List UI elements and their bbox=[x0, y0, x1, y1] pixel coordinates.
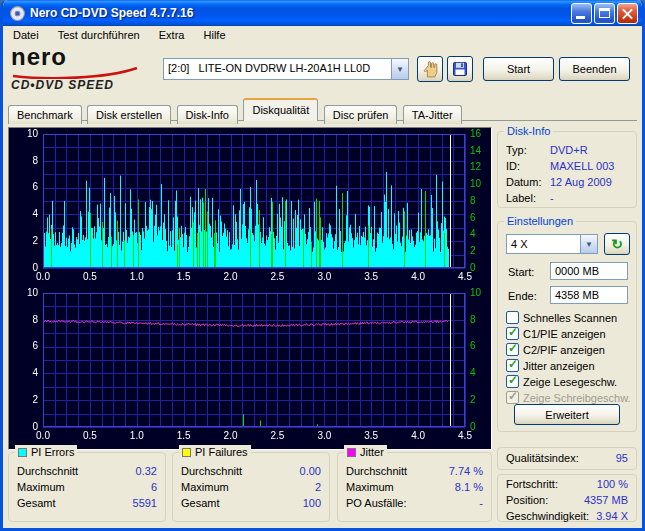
progress-row: Geschwindigkeit:3.94 X bbox=[498, 508, 636, 524]
check-icon: ✓ bbox=[508, 341, 518, 355]
pi-errors-group: PI Errors Durchschnitt0.32 Maximum6 Gesa… bbox=[8, 452, 166, 522]
start-button[interactable]: Start bbox=[483, 57, 554, 81]
disk-info-row: Typ:DVD+R bbox=[498, 142, 636, 158]
menu-hilfe[interactable]: Hilfe bbox=[196, 26, 234, 44]
quality-index-value: 95 bbox=[616, 448, 628, 469]
checkbox-lesegeschw[interactable]: ✓ Zeige Lesegeschw. bbox=[506, 374, 617, 389]
progress-row: Fortschritt:100 % bbox=[498, 476, 636, 492]
hand-tool-button[interactable] bbox=[417, 56, 443, 82]
tab-disk-erstellen[interactable]: Disk erstellen bbox=[87, 105, 171, 124]
quality-index-label: Qualitätsindex: bbox=[506, 448, 579, 469]
speed-value: 3.94 X bbox=[596, 508, 628, 524]
progress-row: Position:4357 MB bbox=[498, 492, 636, 508]
pie-legend-swatch bbox=[18, 448, 27, 457]
speed-select-value: 4 X bbox=[507, 235, 580, 253]
checkbox-c2-pif[interactable]: ✓ C2/PIF anzeigen bbox=[506, 342, 605, 357]
settings-title: Einstellungen bbox=[504, 214, 576, 228]
disc-type-value: DVD+R bbox=[550, 142, 588, 158]
pi-failures-group: PI Failures Durchschnitt0.00 Maximum2 Ge… bbox=[172, 452, 330, 522]
menu-datei[interactable]: Datei bbox=[5, 26, 47, 44]
chevron-down-icon[interactable]: ▼ bbox=[391, 59, 408, 79]
checkbox-schnelles-scannen[interactable]: Schnelles Scannen bbox=[506, 310, 617, 325]
checkbox-box: ✓ bbox=[506, 359, 519, 372]
menu-test-durchfuehren[interactable]: Test durchführen bbox=[50, 26, 148, 44]
stat-row: Maximum2 bbox=[173, 479, 329, 495]
stat-row: Maximum8.1 % bbox=[338, 479, 491, 495]
progress-value: 100 % bbox=[597, 476, 628, 492]
chevron-down-icon[interactable]: ▼ bbox=[580, 235, 597, 253]
stat-row: Durchschnitt7.74 % bbox=[338, 463, 491, 479]
check-icon: ✓ bbox=[508, 325, 518, 339]
refresh-icon: ↻ bbox=[611, 236, 623, 252]
minimize-icon bbox=[576, 16, 585, 19]
start-field[interactable]: 0000 MB bbox=[550, 262, 628, 280]
jitter-group: Jitter Durchschnitt7.74 % Maximum8.1 % P… bbox=[337, 452, 492, 522]
pi-errors-title: PI Errors bbox=[31, 445, 74, 459]
disc-label-value: - bbox=[550, 190, 554, 206]
check-icon: ✓ bbox=[508, 389, 518, 403]
progress-group: Fortschritt:100 % Position:4357 MB Gesch… bbox=[497, 474, 637, 522]
position-value: 4357 MB bbox=[584, 492, 628, 508]
disc-date-value: 12 Aug 2009 bbox=[550, 174, 612, 190]
maximize-button[interactable] bbox=[594, 3, 615, 24]
jitter-title: Jitter bbox=[360, 445, 384, 459]
end-field-label: Ende: bbox=[508, 288, 537, 304]
jitter-legend-swatch bbox=[347, 448, 356, 457]
menubar: Datei Test durchführen Extra Hilfe bbox=[3, 26, 642, 45]
disk-info-row: Datum:12 Aug 2009 bbox=[498, 174, 636, 190]
end-field[interactable]: 4358 MB bbox=[550, 286, 628, 304]
disk-info-group: Disk-Info Typ:DVD+R ID:MAXELL 003 Datum:… bbox=[497, 131, 637, 208]
settings-group: Einstellungen 4 X ▼ ↻ Start: 0000 MB End… bbox=[497, 221, 637, 432]
titlebar[interactable]: Nero CD-DVD Speed 4.7.7.16 bbox=[3, 0, 642, 26]
checkbox-box: ✓ bbox=[506, 375, 519, 388]
stat-row: Maximum6 bbox=[9, 479, 165, 495]
app-disc-icon bbox=[9, 5, 26, 22]
quit-button[interactable]: Beenden bbox=[559, 57, 630, 81]
drive-select-value: [2:0] LITE-ON DVDRW LH-20A1H LL0D bbox=[164, 59, 391, 79]
advanced-button[interactable]: Erweitert bbox=[514, 404, 620, 425]
save-button[interactable] bbox=[447, 56, 473, 82]
checkbox-box: ✓ bbox=[506, 327, 519, 340]
stat-row: Durchschnitt0.32 bbox=[9, 463, 165, 479]
checkbox-c1-pie[interactable]: ✓ C1/PIE anzeigen bbox=[506, 326, 606, 341]
pi-failures-title: PI Failures bbox=[195, 445, 248, 459]
check-icon: ✓ bbox=[508, 357, 518, 371]
disc-id-value: MAXELL 003 bbox=[550, 158, 614, 174]
save-icon bbox=[452, 61, 468, 77]
tab-strip: Benchmark Disk erstellen Disk-Info Diskq… bbox=[8, 98, 463, 121]
close-button[interactable] bbox=[617, 3, 638, 24]
hand-icon bbox=[422, 61, 439, 78]
checkbox-box: ✓ bbox=[506, 343, 519, 356]
refresh-speed-button[interactable]: ↻ bbox=[604, 233, 630, 255]
tab-disk-info[interactable]: Disk-Info bbox=[177, 105, 238, 124]
charts-panel bbox=[8, 127, 492, 450]
quality-index-group: Qualitätsindex: 95 bbox=[497, 447, 637, 470]
checkbox-box: ✓ bbox=[506, 391, 519, 404]
stat-row: PO Ausfälle:- bbox=[338, 495, 491, 511]
disk-info-row: ID:MAXELL 003 bbox=[498, 158, 636, 174]
toolbar: nero CD•DVD SPEED [2:0] LITE-ON DVDRW LH… bbox=[3, 45, 642, 98]
disk-info-title: Disk-Info bbox=[504, 124, 553, 138]
tab-benchmark[interactable]: Benchmark bbox=[8, 105, 82, 124]
tab-disc-pruefen[interactable]: Disc prüfen bbox=[324, 105, 398, 124]
speed-select[interactable]: 4 X ▼ bbox=[506, 234, 598, 254]
menu-extra[interactable]: Extra bbox=[151, 26, 193, 44]
tab-diskqualitaet[interactable]: Diskqualität bbox=[243, 98, 318, 121]
checkbox-schreibgeschw: ✓ Zeige Schreibgeschw. bbox=[506, 390, 631, 405]
check-icon: ✓ bbox=[508, 373, 518, 387]
charts-canvas bbox=[9, 128, 491, 449]
nero-logo: nero CD•DVD SPEED bbox=[11, 45, 161, 95]
tab-ta-jitter[interactable]: TA-Jitter bbox=[403, 105, 462, 124]
maximize-icon bbox=[599, 8, 610, 18]
titlebar-buttons bbox=[571, 3, 638, 24]
app-window: Nero CD-DVD Speed 4.7.7.16 Datei Test du… bbox=[0, 0, 645, 531]
drive-select[interactable]: [2:0] LITE-ON DVDRW LH-20A1H LL0D ▼ bbox=[163, 58, 409, 80]
checkbox-jitter[interactable]: ✓ Jitter anzeigen bbox=[506, 358, 595, 373]
nero-logo-product: CD•DVD SPEED bbox=[11, 78, 114, 92]
pif-legend-swatch bbox=[182, 448, 191, 457]
stat-row: Durchschnitt0.00 bbox=[173, 463, 329, 479]
stat-row: Gesamt5591 bbox=[9, 495, 165, 511]
minimize-button[interactable] bbox=[571, 3, 592, 24]
start-field-label: Start: bbox=[508, 264, 534, 280]
window-title: Nero CD-DVD Speed 4.7.7.16 bbox=[30, 6, 571, 20]
